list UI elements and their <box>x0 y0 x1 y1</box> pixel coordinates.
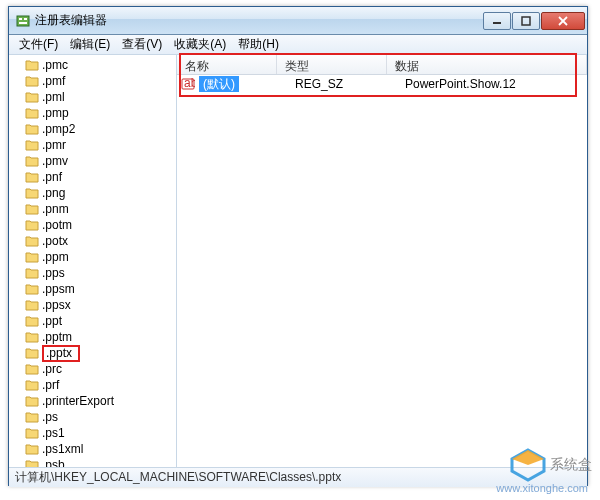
tree-item[interactable]: .ppsx <box>9 297 176 313</box>
tree-item[interactable]: .ppsm <box>9 281 176 297</box>
tree-item[interactable]: .pmv <box>9 153 176 169</box>
folder-icon <box>25 363 39 375</box>
watermark-url: www.xitonghe.com <box>496 482 588 494</box>
tree-item-label: .pptm <box>42 330 72 344</box>
folder-icon <box>25 235 39 247</box>
tree-item-label: .ppsx <box>42 298 71 312</box>
column-type[interactable]: 类型 <box>277 55 387 74</box>
folder-icon <box>25 107 39 119</box>
menu-favorites[interactable]: 收藏夹(A) <box>168 34 232 55</box>
tree-item-label: .pps <box>42 266 65 280</box>
tree-item-label: .potm <box>42 218 72 232</box>
folder-icon <box>25 315 39 327</box>
tree-item[interactable]: .pptx <box>9 345 176 361</box>
folder-icon <box>25 171 39 183</box>
tree-item[interactable]: .potm <box>9 217 176 233</box>
value-name: (默认) <box>199 76 291 93</box>
folder-icon <box>25 139 39 151</box>
menubar: 文件(F) 编辑(E) 查看(V) 收藏夹(A) 帮助(H) <box>9 35 587 55</box>
folder-icon <box>25 187 39 199</box>
svg-rect-1 <box>19 18 22 20</box>
tree-item-label: .ppm <box>42 250 69 264</box>
folder-icon <box>25 155 39 167</box>
close-button[interactable] <box>541 12 585 30</box>
window-controls <box>483 12 585 30</box>
status-path: 计算机\HKEY_LOCAL_MACHINE\SOFTWARE\Classes\… <box>15 469 341 486</box>
tree-item-label: .prf <box>42 378 59 392</box>
tree-item-label: .pnf <box>42 170 62 184</box>
menu-edit[interactable]: 编辑(E) <box>64 34 116 55</box>
registry-editor-window: 注册表编辑器 文件(F) 编辑(E) 查看(V) 收藏夹(A) 帮助(H) .p… <box>8 6 588 486</box>
tree-item-label: .ps <box>42 410 58 424</box>
tree-item-label: .pmp <box>42 106 69 120</box>
tree-item[interactable]: .ps1 <box>9 425 176 441</box>
tree-item[interactable]: .potx <box>9 233 176 249</box>
tree-item[interactable]: .pmr <box>9 137 176 153</box>
value-type: REG_SZ <box>291 77 401 91</box>
tree-item-label: .psb <box>42 458 65 467</box>
menu-file[interactable]: 文件(F) <box>13 34 64 55</box>
tree-item[interactable]: .ps1xml <box>9 441 176 457</box>
svg-rect-0 <box>17 16 29 26</box>
tree-item[interactable]: .ppt <box>9 313 176 329</box>
titlebar[interactable]: 注册表编辑器 <box>9 7 587 35</box>
folder-icon <box>25 203 39 215</box>
list-body[interactable]: ab (默认) REG_SZ PowerPoint.Show.12 <box>177 75 587 467</box>
tree-item-label: .ppsm <box>42 282 75 296</box>
tree-item-label: .pptx <box>42 345 80 362</box>
svg-rect-3 <box>19 22 27 24</box>
folder-icon <box>25 75 39 87</box>
tree-item[interactable]: .printerExport <box>9 393 176 409</box>
list-header: 名称 类型 数据 <box>177 55 587 75</box>
folder-icon <box>25 347 39 359</box>
tree-item-label: .png <box>42 186 65 200</box>
tree-item[interactable]: .pmf <box>9 73 176 89</box>
list-row[interactable]: ab (默认) REG_SZ PowerPoint.Show.12 <box>177 75 587 93</box>
window-title: 注册表编辑器 <box>35 12 483 29</box>
folder-icon <box>25 283 39 295</box>
tree-item[interactable]: .ppm <box>9 249 176 265</box>
svg-text:ab: ab <box>184 77 195 90</box>
menu-help[interactable]: 帮助(H) <box>232 34 285 55</box>
tree-item[interactable]: .prc <box>9 361 176 377</box>
column-name[interactable]: 名称 <box>177 55 277 74</box>
tree-item[interactable]: .png <box>9 185 176 201</box>
folder-icon <box>25 91 39 103</box>
menu-view[interactable]: 查看(V) <box>116 34 168 55</box>
tree-item-label: .ppt <box>42 314 62 328</box>
folder-icon <box>25 443 39 455</box>
tree-item-label: .pml <box>42 90 65 104</box>
tree-item[interactable]: .pmp <box>9 105 176 121</box>
tree-item[interactable]: .pnf <box>9 169 176 185</box>
tree-item[interactable]: .pml <box>9 89 176 105</box>
tree-item[interactable]: .pmp2 <box>9 121 176 137</box>
string-value-icon: ab <box>181 77 195 91</box>
values-list: 名称 类型 数据 ab (默认) REG_SZ PowerPoint.Show.… <box>177 55 587 467</box>
tree-item-label: .pmr <box>42 138 66 152</box>
content-area: .pmc.pmf.pml.pmp.pmp2.pmr.pmv.pnf.png.pn… <box>9 55 587 467</box>
tree-item[interactable]: .ps <box>9 409 176 425</box>
tree-item-label: .pmp2 <box>42 122 75 136</box>
tree-item-label: .pmf <box>42 74 65 88</box>
tree-item-label: .ps1 <box>42 426 65 440</box>
tree-item[interactable]: .prf <box>9 377 176 393</box>
maximize-button[interactable] <box>512 12 540 30</box>
value-data: PowerPoint.Show.12 <box>401 77 587 91</box>
folder-icon <box>25 267 39 279</box>
tree-item-label: .pnm <box>42 202 69 216</box>
tree-item[interactable]: .pptm <box>9 329 176 345</box>
minimize-button[interactable] <box>483 12 511 30</box>
folder-icon <box>25 427 39 439</box>
folder-icon <box>25 219 39 231</box>
column-data[interactable]: 数据 <box>387 55 587 74</box>
tree-item[interactable]: .pmc <box>9 57 176 73</box>
folder-icon <box>25 123 39 135</box>
tree-item-label: .printerExport <box>42 394 114 408</box>
tree-item[interactable]: .pps <box>9 265 176 281</box>
registry-tree[interactable]: .pmc.pmf.pml.pmp.pmp2.pmr.pmv.pnf.png.pn… <box>9 55 177 467</box>
tree-item[interactable]: .psb <box>9 457 176 467</box>
tree-item[interactable]: .pnm <box>9 201 176 217</box>
folder-icon <box>25 395 39 407</box>
folder-icon <box>25 251 39 263</box>
app-icon <box>15 13 31 29</box>
